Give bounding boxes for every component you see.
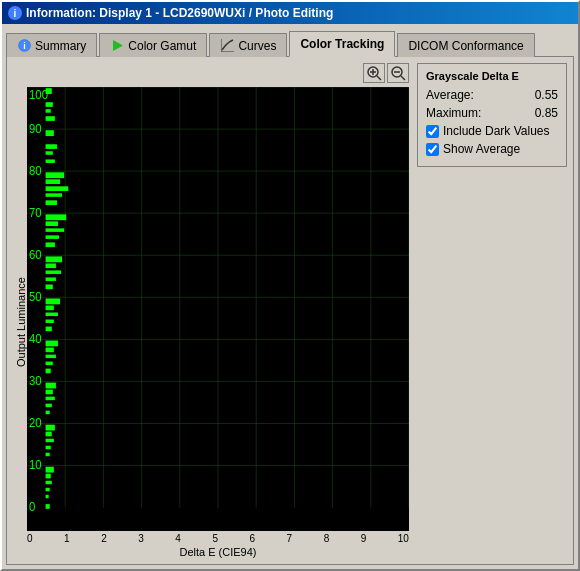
- svg-rect-46: [46, 179, 60, 184]
- x-tick-7: 7: [287, 533, 293, 544]
- tab-color-tracking[interactable]: Color Tracking: [289, 31, 395, 57]
- maximum-label: Maximum:: [426, 106, 481, 120]
- svg-rect-53: [46, 341, 58, 347]
- x-tick-0: 0: [27, 533, 33, 544]
- average-row: Average: 0.55: [426, 88, 558, 102]
- tab-summary[interactable]: i Summary: [6, 33, 97, 57]
- x-tick-10: 10: [398, 533, 409, 544]
- svg-rect-73: [46, 242, 55, 247]
- show-average-label[interactable]: Show Average: [443, 142, 520, 156]
- grayscale-title: Grayscale Delta E: [426, 70, 558, 82]
- play-icon: [110, 39, 124, 53]
- tab-curves[interactable]: Curves: [209, 33, 287, 57]
- svg-rect-66: [46, 151, 53, 155]
- svg-text:20: 20: [29, 415, 42, 430]
- tabs-container: i Summary Color Gamut Curves: [2, 24, 578, 56]
- x-tick-8: 8: [324, 533, 330, 544]
- svg-rect-86: [46, 439, 54, 443]
- x-tick-3: 3: [138, 533, 144, 544]
- tab-dicom[interactable]: DICOM Conformance: [397, 33, 534, 57]
- tab-color-gamut[interactable]: Color Gamut: [99, 33, 207, 57]
- include-dark-row[interactable]: Include Dark Values: [426, 124, 558, 138]
- chart-inner: 0 10 20 30 40 50 60 70 80 90 100: [27, 87, 409, 558]
- content-area: Output Luminance: [6, 56, 574, 565]
- tab-summary-label: Summary: [35, 39, 86, 53]
- svg-rect-78: [46, 320, 54, 324]
- svg-text:10: 10: [29, 457, 42, 472]
- svg-rect-56: [46, 390, 53, 395]
- tab-color-gamut-label: Color Gamut: [128, 39, 196, 53]
- svg-text:60: 60: [29, 247, 42, 262]
- app-icon: i: [8, 6, 22, 20]
- svg-rect-79: [46, 327, 52, 332]
- info-icon: i: [17, 39, 31, 53]
- svg-rect-65: [46, 144, 57, 149]
- maximum-value: 0.85: [535, 106, 558, 120]
- svg-rect-89: [46, 481, 52, 485]
- svg-text:0: 0: [29, 499, 36, 514]
- svg-rect-54: [46, 348, 54, 353]
- grayscale-delta-e-box: Grayscale Delta E Average: 0.55 Maximum:…: [417, 63, 567, 167]
- svg-rect-43: [46, 88, 52, 94]
- right-panel: Grayscale Delta E Average: 0.55 Maximum:…: [417, 63, 567, 558]
- svg-text:80: 80: [29, 163, 42, 178]
- svg-text:40: 40: [29, 331, 42, 346]
- svg-rect-59: [46, 467, 54, 473]
- zoom-in-button[interactable]: [363, 63, 385, 83]
- svg-rect-68: [46, 186, 69, 191]
- svg-rect-64: [46, 116, 55, 121]
- svg-rect-57: [46, 425, 55, 431]
- svg-rect-51: [46, 298, 60, 304]
- y-axis-label: Output Luminance: [13, 87, 27, 558]
- zoom-out-button[interactable]: [387, 63, 409, 83]
- svg-rect-48: [46, 221, 58, 226]
- svg-line-6: [377, 76, 381, 80]
- svg-rect-62: [46, 102, 53, 107]
- curves-icon: [220, 39, 234, 53]
- svg-rect-74: [46, 270, 61, 274]
- x-axis-labels: 0 1 2 3 4 5 6 7 8 9 10: [27, 531, 409, 544]
- svg-text:50: 50: [29, 289, 42, 304]
- svg-rect-55: [46, 383, 56, 389]
- chart-area: Output Luminance: [13, 63, 409, 558]
- svg-rect-49: [46, 256, 63, 262]
- svg-rect-67: [46, 159, 55, 163]
- svg-rect-72: [46, 235, 59, 239]
- svg-rect-47: [46, 214, 67, 220]
- x-tick-9: 9: [361, 533, 367, 544]
- svg-rect-63: [46, 109, 51, 113]
- svg-rect-44: [46, 130, 54, 136]
- svg-rect-82: [46, 369, 51, 374]
- tab-curves-label: Curves: [238, 39, 276, 53]
- window-title: Information: Display 1 - LCD2690WUXi / P…: [26, 6, 333, 20]
- svg-rect-87: [46, 446, 51, 450]
- svg-rect-71: [46, 228, 65, 232]
- show-average-row[interactable]: Show Average: [426, 142, 558, 156]
- svg-rect-69: [46, 193, 63, 197]
- show-average-checkbox[interactable]: [426, 143, 439, 156]
- svg-rect-52: [46, 305, 54, 310]
- x-tick-4: 4: [175, 533, 181, 544]
- svg-rect-91: [46, 495, 49, 499]
- title-bar: i Information: Display 1 - LCD2690WUXi /…: [2, 2, 578, 24]
- svg-rect-58: [46, 432, 52, 437]
- svg-text:90: 90: [29, 121, 42, 136]
- svg-rect-61: [46, 504, 50, 509]
- maximum-row: Maximum: 0.85: [426, 106, 558, 120]
- svg-rect-90: [46, 488, 50, 492]
- include-dark-checkbox[interactable]: [426, 125, 439, 138]
- svg-text:30: 30: [29, 373, 42, 388]
- x-axis-title: Delta E (CIE94): [27, 546, 409, 558]
- include-dark-label[interactable]: Include Dark Values: [443, 124, 550, 138]
- svg-text:100: 100: [29, 87, 48, 102]
- tab-color-tracking-label: Color Tracking: [300, 37, 384, 51]
- svg-line-10: [401, 76, 405, 80]
- chart-wrapper: Output Luminance: [13, 87, 409, 558]
- svg-rect-77: [46, 313, 58, 317]
- svg-rect-50: [46, 263, 56, 268]
- svg-rect-80: [46, 355, 56, 359]
- x-tick-1: 1: [64, 533, 70, 544]
- x-tick-2: 2: [101, 533, 107, 544]
- svg-rect-75: [46, 277, 56, 281]
- svg-rect-85: [46, 411, 50, 415]
